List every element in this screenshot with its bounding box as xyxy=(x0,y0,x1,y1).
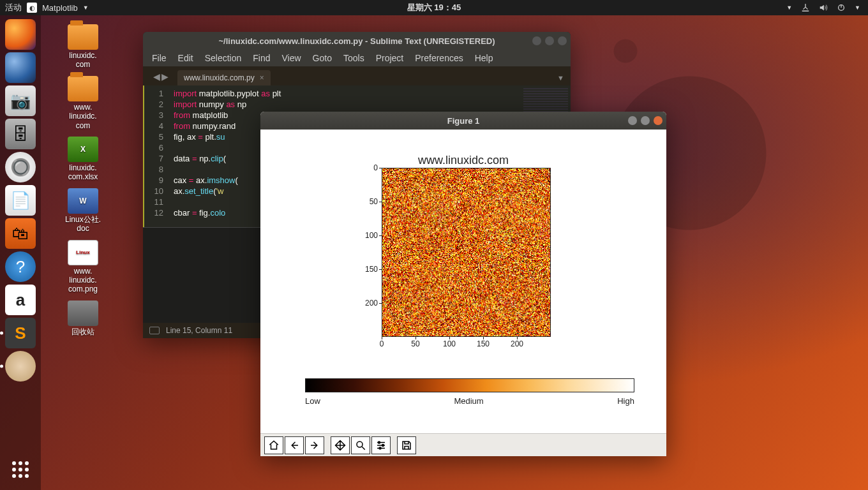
chart-axes: 0 50 100 150 200 0 50 100 150 200 xyxy=(382,168,551,337)
status-panel-icon[interactable] xyxy=(149,327,160,334)
sublime-close-button[interactable] xyxy=(558,36,567,45)
desktop-folder-linuxidc[interactable]: linuxidc. com xyxy=(51,24,115,70)
menu-project[interactable]: Project xyxy=(376,53,404,63)
mpl-maximize-button[interactable] xyxy=(641,116,650,125)
app-menu-chevron-icon: ▼ xyxy=(83,4,89,11)
chart-title: www.linuxidc.com xyxy=(260,154,666,167)
editor-tab[interactable]: www.linuxidc.com.py × xyxy=(177,70,271,85)
colorbar: Low Medium High xyxy=(305,378,634,406)
colorbar-gradient xyxy=(305,378,634,392)
sublime-maximize-button[interactable] xyxy=(545,36,554,45)
dock-sublime[interactable]: S xyxy=(5,318,36,348)
app-menu-label[interactable]: Matplotlib xyxy=(42,3,78,13)
network-icon[interactable] xyxy=(801,3,810,12)
dock-matplotlib[interactable] xyxy=(5,351,36,382)
dock-firefox[interactable] xyxy=(5,19,36,50)
menu-find[interactable]: Find xyxy=(253,53,270,63)
toolbar-configure-button[interactable] xyxy=(371,436,391,454)
mpl-minimize-button[interactable] xyxy=(628,116,637,125)
menu-edit[interactable]: Edit xyxy=(178,53,193,63)
doc-icon: W xyxy=(68,188,98,214)
tab-nav-fwd-icon[interactable]: ▶ xyxy=(161,71,168,82)
menu-tools[interactable]: Tools xyxy=(343,53,364,63)
sublime-title: ~/linuxidc.com/www.linuxidc.com.py - Sub… xyxy=(218,36,495,46)
sublime-titlebar[interactable]: ~/linuxidc.com/www.linuxidc.com.py - Sub… xyxy=(143,32,571,50)
toolbar-back-button[interactable] xyxy=(285,436,304,454)
toolbar-pan-button[interactable] xyxy=(331,436,350,454)
svg-point-2 xyxy=(378,442,380,443)
mpl-close-button[interactable] xyxy=(654,116,662,125)
desktop-trash[interactable]: 回收站 xyxy=(51,301,115,336)
colorbar-label-medium: Medium xyxy=(454,396,483,406)
toolbar-forward-button[interactable] xyxy=(305,436,324,454)
trash-icon xyxy=(68,301,98,326)
dock-files[interactable]: 🗄 xyxy=(5,119,36,149)
matplotlib-window: Figure 1 www.linuxidc.com 0 50 100 150 2… xyxy=(260,112,666,456)
colorbar-label-high: High xyxy=(617,396,634,406)
svg-point-3 xyxy=(382,444,384,446)
dock-camera[interactable]: 📷 xyxy=(5,85,36,116)
menu-preferences[interactable]: Preferences xyxy=(415,53,463,63)
dock-libreoffice[interactable]: 📄 xyxy=(5,185,36,216)
toolbar-zoom-button[interactable] xyxy=(351,436,370,454)
menu-file[interactable]: File xyxy=(152,53,167,63)
heatmap-image xyxy=(382,168,551,337)
line-gutter: 123456789101112 xyxy=(143,85,168,227)
activities-button[interactable]: 活动 xyxy=(5,2,22,13)
menu-view[interactable]: View xyxy=(282,53,301,63)
mpl-canvas: www.linuxidc.com 0 50 100 150 200 0 50 1… xyxy=(260,130,666,433)
menu-goto[interactable]: Goto xyxy=(313,53,332,63)
dock-thunderbird[interactable] xyxy=(5,52,36,83)
menu-help[interactable]: Help xyxy=(475,53,493,63)
menu-selection[interactable]: Selection xyxy=(205,53,242,63)
toolbar-save-button[interactable] xyxy=(397,436,416,454)
tab-label: www.linuxidc.com.py xyxy=(184,73,255,82)
svg-point-1 xyxy=(357,442,363,447)
toolbar-home-button[interactable] xyxy=(264,436,283,454)
app-menu-icon[interactable]: ◐ xyxy=(27,3,37,13)
sublime-tabbar: ◀ ▶ www.linuxidc.com.py × ▼ xyxy=(143,66,571,85)
volume-icon[interactable] xyxy=(819,3,828,12)
dock-rhythmbox[interactable]: 🔘 xyxy=(5,152,36,182)
svg-point-4 xyxy=(379,447,381,449)
desktop-file-doc[interactable]: WLinux公社. doc xyxy=(51,188,115,234)
power-icon[interactable] xyxy=(837,3,846,12)
desktop-file-xlsx[interactable]: Xlinuxidc. com.xlsx xyxy=(51,137,115,182)
tab-close-icon[interactable]: × xyxy=(260,73,264,82)
dock-show-apps[interactable] xyxy=(5,454,36,485)
sublime-minimize-button[interactable] xyxy=(532,36,541,45)
png-icon: Linux xyxy=(68,240,98,265)
colorbar-label-low: Low xyxy=(305,396,320,406)
desktop-folder-www[interactable]: www. linuxidc. com xyxy=(51,76,115,130)
system-menu-chevron-icon: ▼ xyxy=(855,4,860,11)
dock-help[interactable]: ? xyxy=(5,251,36,282)
tab-nav-back-icon[interactable]: ◀ xyxy=(153,71,160,82)
dock: 📷 🗄 🔘 📄 🛍 ? a S xyxy=(0,15,41,490)
xls-icon: X xyxy=(68,137,98,162)
dock-amazon[interactable]: a xyxy=(5,285,36,315)
status-cursor: Line 15, Column 11 xyxy=(166,326,232,335)
mpl-title: Figure 1 xyxy=(447,116,480,126)
folder-icon xyxy=(68,76,98,101)
mpl-titlebar[interactable]: Figure 1 xyxy=(260,112,666,130)
folder-icon xyxy=(68,24,98,50)
input-source-indicator[interactable]: ▼ xyxy=(786,4,792,11)
desktop-icons: linuxidc. com www. linuxidc. com Xlinuxi… xyxy=(51,24,115,336)
tab-overflow-icon[interactable]: ▼ xyxy=(557,74,564,82)
clock[interactable]: 星期六 19：45 xyxy=(407,2,461,13)
sublime-menubar: File Edit Selection Find View Goto Tools… xyxy=(143,50,571,66)
mpl-toolbar xyxy=(260,433,666,456)
dock-software[interactable]: 🛍 xyxy=(5,218,36,249)
top-panel: 活动 ◐ Matplotlib ▼ 星期六 19：45 ▼ ▼ xyxy=(0,0,868,15)
desktop-file-png[interactable]: Linuxwww. linuxidc. com.png xyxy=(51,240,115,294)
